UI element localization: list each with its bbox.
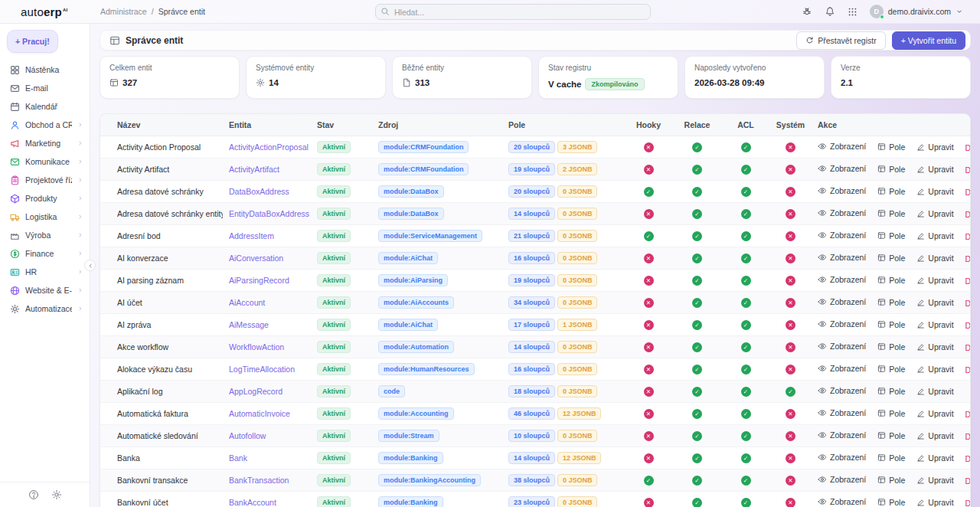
sidebar-item-clipboard-6[interactable]: Projektové řízení [0,171,90,189]
sidebar-item-dashboard-0[interactable]: Nástěnka [0,61,90,79]
fields-action[interactable]: Pole [877,320,905,329]
deactivate-action[interactable]: Deaktivovat [965,210,970,219]
deactivate-action[interactable]: Deaktivovat [965,165,970,175]
entity-link[interactable]: AutomaticInvoice [229,409,290,418]
view-action[interactable]: Zobrazení [818,386,866,395]
deactivate-action[interactable]: Deaktivovat [965,499,970,507]
entity-link[interactable]: BankTransaction [229,476,289,485]
entity-link[interactable]: AiMessage [229,320,269,329]
deactivate-action[interactable]: Deaktivovat [965,143,970,152]
sidebar-item-dollar-10[interactable]: Finance [0,244,90,263]
deactivate-action[interactable]: Deaktivovat [965,432,970,441]
sidebar-item-mail-1[interactable]: E-mail [0,79,90,97]
sidebar-collapse-button[interactable] [84,260,96,271]
entity-link[interactable]: Autofollow [229,431,266,440]
edit-action[interactable]: Upravit [916,387,953,396]
entity-link[interactable]: DataBoxAddress [229,187,289,196]
rebuild-registry-button[interactable]: Přestavět registr [796,31,885,50]
view-action[interactable]: Zobrazení [818,319,866,329]
entity-link[interactable]: AiParsingRecord [229,276,289,285]
sidebar-item-calendar-2[interactable]: Kalendář [0,97,90,116]
sidebar-item-truck-8[interactable]: Logistika [0,208,90,226]
edit-action[interactable]: Upravit [916,187,953,196]
settings-gear-icon[interactable] [51,489,62,500]
fields-action[interactable]: Pole [877,498,905,507]
view-action[interactable]: Zobrazení [818,142,866,151]
deactivate-action[interactable]: Deaktivovat [965,321,970,330]
view-action[interactable]: Zobrazení [818,186,866,195]
fields-action[interactable]: Pole [877,409,905,418]
fields-action[interactable]: Pole [877,165,905,174]
edit-action[interactable]: Upravit [916,209,953,218]
edit-action[interactable]: Upravit [916,476,953,485]
apps-grid-icon[interactable] [848,7,858,17]
view-action[interactable]: Zobrazení [818,497,866,506]
work-cta-button[interactable]: + Pracuj! [7,30,58,53]
view-action[interactable]: Zobrazení [818,231,866,240]
deactivate-action[interactable]: Deaktivovat [965,365,970,375]
deactivate-action[interactable]: Deaktivovat [965,343,970,352]
edit-action[interactable]: Upravit [916,342,953,352]
fields-action[interactable]: Pole [877,254,905,263]
edit-action[interactable]: Upravit [916,142,953,152]
fields-action[interactable]: Pole [877,342,905,352]
bug-icon[interactable] [802,6,812,17]
fields-action[interactable]: Pole [877,387,905,396]
view-action[interactable]: Zobrazení [818,475,866,484]
view-action[interactable]: Zobrazení [818,364,866,373]
sidebar-item-idcard-11[interactable]: HR [0,263,90,281]
edit-action[interactable]: Upravit [916,453,953,463]
deactivate-action[interactable]: Deaktivovat [965,254,970,263]
fields-action[interactable]: Pole [877,276,905,285]
edit-action[interactable]: Upravit [916,409,953,418]
view-action[interactable]: Zobrazení [818,342,866,351]
fields-action[interactable]: Pole [877,365,905,374]
deactivate-action[interactable]: Deaktivovat [965,188,970,197]
help-icon[interactable] [28,489,39,500]
view-action[interactable]: Zobrazení [818,430,866,440]
fields-action[interactable]: Pole [877,231,905,240]
entity-link[interactable]: ActivityArtifact [229,165,279,174]
breadcrumb-section[interactable]: Administrace [100,7,147,16]
edit-action[interactable]: Upravit [916,298,953,307]
view-action[interactable]: Zobrazení [818,453,866,462]
bell-icon[interactable] [825,6,835,17]
edit-action[interactable]: Upravit [916,254,953,263]
account-menu[interactable]: D demo.draivix.com [870,5,963,18]
entity-link[interactable]: Bank [229,453,247,463]
fields-action[interactable]: Pole [877,298,905,307]
fields-action[interactable]: Pole [877,453,905,463]
view-action[interactable]: Zobrazení [818,253,866,262]
entity-link[interactable]: ActivityActionProposal [229,142,309,152]
entity-link[interactable]: LogTimeAllocation [229,365,295,374]
search-input[interactable] [375,4,651,20]
create-entity-button[interactable]: + Vytvořit entitu [892,31,965,50]
entity-link[interactable]: EntityDataBoxAddress [229,209,309,218]
deactivate-action[interactable]: Deaktivovat [965,276,970,286]
view-action[interactable]: Zobrazení [818,408,866,417]
edit-action[interactable]: Upravit [916,276,953,285]
sidebar-item-gear-13[interactable]: Automatizace [0,299,90,318]
fields-action[interactable]: Pole [877,142,905,152]
fields-action[interactable]: Pole [877,187,905,196]
entity-link[interactable]: BankAccount [229,498,276,507]
view-action[interactable]: Zobrazení [818,164,866,173]
entity-link[interactable]: AiConversation [229,254,283,263]
fields-action[interactable]: Pole [877,209,905,218]
edit-action[interactable]: Upravit [916,165,953,174]
view-action[interactable]: Zobrazení [818,297,866,306]
edit-action[interactable]: Upravit [916,320,953,329]
edit-action[interactable]: Upravit [916,231,953,240]
fields-action[interactable]: Pole [877,431,905,440]
view-action[interactable]: Zobrazení [818,208,866,218]
entity-link[interactable]: AiAccount [229,298,265,307]
edit-action[interactable]: Upravit [916,431,953,440]
view-action[interactable]: Zobrazení [818,275,866,284]
entity-link[interactable]: AddressItem [229,231,274,240]
entity-link[interactable]: AppLogRecord [229,387,283,396]
sidebar-item-user-3[interactable]: Obchod a CRM [0,116,90,134]
sidebar-item-megaphone-4[interactable]: Marketing [0,134,90,152]
deactivate-action[interactable]: Deaktivovat [965,232,970,241]
deactivate-action[interactable]: Deaktivovat [965,410,970,419]
deactivate-action[interactable]: Deaktivovat [965,476,970,486]
